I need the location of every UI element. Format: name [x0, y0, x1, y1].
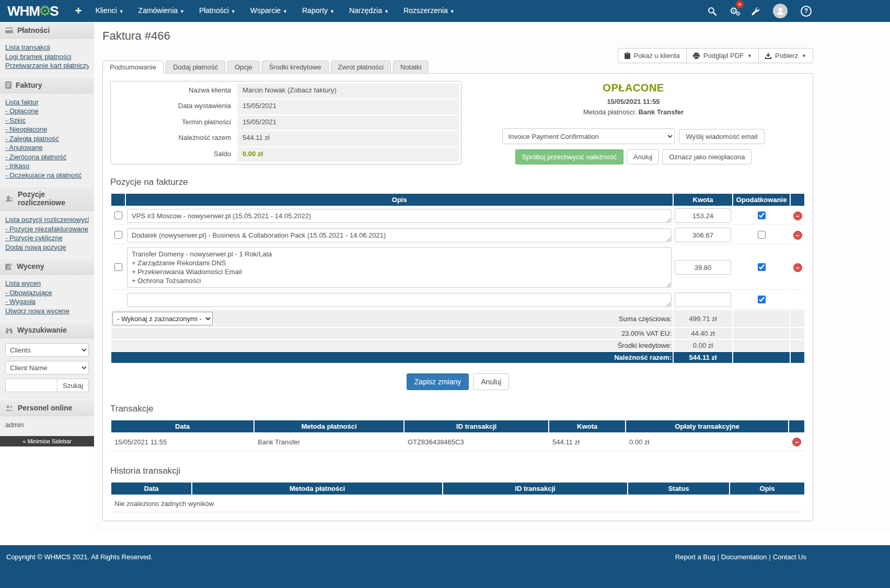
sidebar-link[interactable]: Lista faktur: [5, 98, 89, 107]
binoculars-icon: [5, 327, 13, 334]
search-type-select[interactable]: Clients: [5, 343, 89, 357]
contact-us-link[interactable]: Contact Us: [773, 553, 806, 561]
email-template-select[interactable]: Invoice Payment Confirmation: [502, 128, 675, 144]
mark-unpaid-button[interactable]: Oznacz jako nieopłacona: [662, 149, 752, 164]
send-email-button[interactable]: Wyślij wiadomość email: [679, 129, 764, 144]
item-amount-input[interactable]: [675, 260, 731, 275]
save-changes-button[interactable]: Zapisz zmiany: [407, 373, 469, 390]
logo-text-post: S: [50, 3, 58, 19]
page-title: Faktura #466: [102, 29, 813, 43]
item-amount-input[interactable]: [675, 208, 731, 223]
sidebar-section-faktury: Faktury: [0, 77, 94, 93]
delete-item-icon[interactable]: −: [793, 211, 802, 220]
automation-status-icon[interactable]: ⚙⚙✕: [730, 5, 738, 17]
chevron-down-icon: ▼: [283, 9, 287, 14]
sidebar-link[interactable]: - Anulowane: [5, 143, 89, 152]
history-col-data: Data: [111, 483, 191, 495]
wrench-icon[interactable]: [751, 7, 760, 16]
logo-text-pre: WHM: [7, 3, 40, 19]
transactions-col-id: ID transakcji: [404, 420, 548, 432]
documentation-link[interactable]: Documentation: [721, 553, 767, 561]
sidebar-link[interactable]: Przetwarzanie kart płatniczych: [5, 61, 89, 70]
sidebar-link[interactable]: Logi bramek płatności: [5, 52, 89, 62]
sidebar-link[interactable]: - Zaległa płatność: [5, 134, 89, 144]
transactions-table: Data Metoda płatności ID transakcji Kwot…: [110, 419, 805, 452]
sidebar-link[interactable]: Lista wycen: [5, 279, 89, 288]
online-staff-name[interactable]: admin: [5, 421, 24, 429]
sidebar-link[interactable]: Dodaj nową pozycję: [5, 243, 89, 252]
sidebar-link[interactable]: Utwórz nową wycenę: [5, 307, 89, 316]
search-submit-button[interactable]: Szukaj: [57, 379, 89, 392]
item-taxed-checkbox[interactable]: [758, 263, 766, 271]
tab-srodki-kredytowe[interactable]: Środki kredytowe: [262, 61, 329, 74]
search-icon[interactable]: [708, 7, 716, 16]
item-description-input[interactable]: Transfer Domeny - nowyserwer.pl - 1 Rok/…: [127, 247, 672, 288]
item-description-input[interactable]: Dodatek (nowyserwer.pl) - Business & Col…: [127, 228, 672, 242]
menu-raporty[interactable]: Raporty▼: [295, 0, 342, 22]
menu-narzedzia[interactable]: Narzędzia▼: [342, 0, 396, 22]
chevron-down-icon: ▼: [119, 9, 124, 14]
menu-wsparcie[interactable]: Wsparcie▼: [243, 0, 295, 22]
new-item-description-input[interactable]: [127, 293, 672, 307]
delete-item-icon[interactable]: −: [793, 231, 802, 240]
new-item-taxed-checkbox[interactable]: [758, 296, 766, 303]
menu-klienci[interactable]: Klienci▼: [88, 0, 131, 22]
search-field-select[interactable]: Client Name: [5, 361, 89, 374]
item-taxed-checkbox[interactable]: [758, 231, 766, 239]
cancel-button[interactable]: Anuluj: [627, 149, 659, 164]
bulk-action-select[interactable]: - Wykonaj z zaznaczonymi -: [112, 312, 213, 325]
description-column-header: Opis: [126, 194, 673, 206]
tab-notatki[interactable]: Notatki: [393, 61, 429, 74]
tab-zwrot-platnosci[interactable]: Zwrot płatności: [331, 61, 391, 74]
delete-item-icon[interactable]: −: [793, 263, 802, 272]
chevron-down-icon: ▼: [384, 9, 389, 14]
sidebar-link[interactable]: - Pozycje cykliczne: [5, 233, 89, 243]
tab-dodaj-platnosc[interactable]: Dodaj płatność: [166, 61, 225, 74]
report-bug-link[interactable]: Report a Bug: [675, 553, 715, 561]
item-select-checkbox[interactable]: [114, 231, 122, 239]
sidebar-link[interactable]: - Oczekujące na płatność: [5, 171, 89, 180]
whmcs-logo[interactable]: WHM⚙S: [7, 3, 59, 19]
vat-label: 23.00% VAT EU:: [111, 328, 673, 339]
sidebar-link[interactable]: - Szkic: [5, 116, 89, 125]
transactions-col-amount: Kwota: [549, 420, 625, 432]
minimise-sidebar-button[interactable]: « Minimise Sidebar: [0, 436, 94, 446]
sidebar-link[interactable]: - Pozycje niezafakturowane: [5, 225, 89, 234]
item-amount-input[interactable]: [675, 228, 731, 242]
cancel-changes-button[interactable]: Anuluj: [473, 373, 509, 390]
invoice-icon: [5, 81, 11, 89]
tab-podsumowanie[interactable]: Podsumowanie: [102, 61, 164, 74]
transactions-col-fees: Opłaty transakcyjne: [626, 420, 788, 432]
menu-rozszerzenia[interactable]: Rozszerzenia▼: [396, 0, 462, 22]
credit-card-icon: [5, 27, 13, 33]
sidebar-link[interactable]: - Wygasła: [5, 297, 89, 307]
item-row: Transfer Domeny - nowyserwer.pl - 1 Rok/…: [111, 245, 804, 290]
search-input[interactable]: [5, 379, 57, 392]
item-taxed-checkbox[interactable]: [758, 211, 766, 219]
menu-zamowienia[interactable]: Zamówienia▼: [131, 0, 192, 22]
delete-transaction-icon[interactable]: −: [792, 438, 801, 446]
item-select-checkbox[interactable]: [114, 263, 122, 271]
user-avatar[interactable]: [773, 4, 788, 18]
summary-label: Należność razem: [113, 131, 236, 146]
sidebar-link[interactable]: Lista transakcji: [5, 43, 89, 52]
item-description-input[interactable]: VPS #3 Moscow - nowyserwer.pl (15.05.202…: [127, 209, 672, 223]
sidebar-link[interactable]: - Inkaso: [5, 161, 89, 171]
menu-platnosci[interactable]: Płatności▼: [192, 0, 243, 22]
quick-add-icon[interactable]: +: [75, 4, 82, 18]
help-icon[interactable]: ?: [801, 6, 812, 17]
summary-label: Nazwa klienta: [113, 84, 236, 98]
new-item-amount-input[interactable]: [675, 292, 731, 307]
item-select-checkbox[interactable]: [114, 211, 122, 219]
sidebar-link[interactable]: - Opłacone: [5, 107, 89, 116]
transaction-id: GTZ836438465C3: [404, 433, 548, 451]
sidebar-link[interactable]: - Zwrócona płatność: [5, 152, 89, 162]
sidebar-link[interactable]: - Obowiązujące: [5, 288, 89, 298]
sidebar-link[interactable]: Lista pozycji rozliczeniowych: [5, 215, 89, 225]
transaction-fees: 0.00 zł: [626, 433, 788, 451]
sidebar-link[interactable]: - Nieopłacone: [5, 125, 89, 134]
tab-opcje[interactable]: Opcje: [227, 61, 260, 74]
attempt-capture-button[interactable]: Spróbuj przechwycić należność: [515, 149, 623, 164]
history-col-id: ID transakcji: [443, 483, 627, 495]
vat-value: 44.40 zł: [674, 328, 732, 339]
